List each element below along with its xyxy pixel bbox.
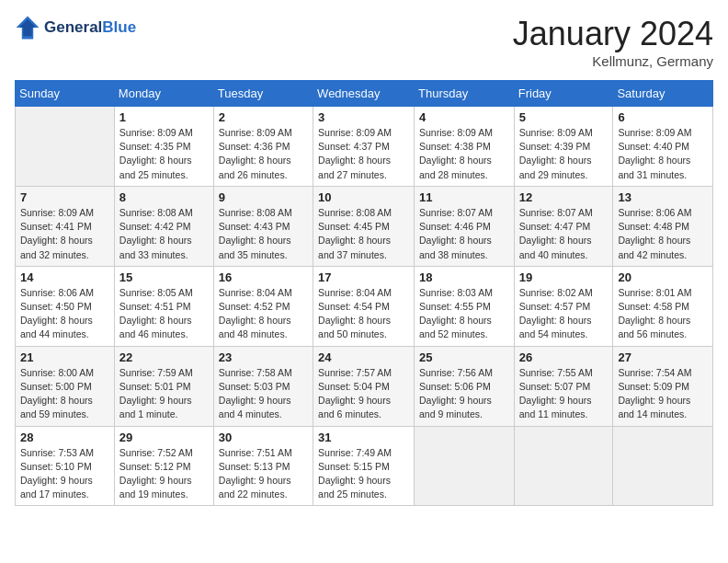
- calendar-cell: 24Sunrise: 7:57 AM Sunset: 5:04 PM Dayli…: [313, 346, 415, 426]
- calendar-cell: 23Sunrise: 7:58 AM Sunset: 5:03 PM Dayli…: [213, 346, 313, 426]
- calendar-cell: 18Sunrise: 8:03 AM Sunset: 4:55 PM Dayli…: [415, 266, 515, 346]
- title-block: January 2024 Kellmunz, Germany: [513, 15, 713, 69]
- day-info: Sunrise: 7:51 AM Sunset: 5:13 PM Dayligh…: [219, 446, 308, 502]
- day-number: 2: [219, 110, 308, 124]
- calendar-cell: 12Sunrise: 8:07 AM Sunset: 4:47 PM Dayli…: [514, 186, 613, 266]
- page-header: GeneralBlue January 2024 Kellmunz, Germa…: [15, 15, 713, 69]
- day-info: Sunrise: 8:09 AM Sunset: 4:40 PM Dayligh…: [618, 126, 708, 182]
- day-number: 14: [20, 270, 109, 284]
- day-number: 19: [519, 270, 609, 284]
- day-number: 28: [20, 431, 109, 444]
- calendar-cell: 30Sunrise: 7:51 AM Sunset: 5:13 PM Dayli…: [213, 426, 313, 506]
- calendar-week-2: 7Sunrise: 8:09 AM Sunset: 4:41 PM Daylig…: [16, 186, 713, 266]
- day-number: 7: [20, 190, 109, 204]
- calendar-cell: 9Sunrise: 8:08 AM Sunset: 4:43 PM Daylig…: [213, 186, 313, 266]
- calendar-cell: 28Sunrise: 7:53 AM Sunset: 5:10 PM Dayli…: [16, 426, 115, 506]
- day-number: 20: [618, 270, 708, 284]
- day-number: 3: [318, 110, 409, 124]
- calendar-cell: 11Sunrise: 8:07 AM Sunset: 4:46 PM Dayli…: [415, 186, 515, 266]
- month-title: January 2024: [513, 15, 713, 53]
- day-info: Sunrise: 8:00 AM Sunset: 5:00 PM Dayligh…: [20, 366, 109, 422]
- calendar-week-1: 1Sunrise: 8:09 AM Sunset: 4:35 PM Daylig…: [16, 107, 713, 187]
- calendar-cell: 10Sunrise: 8:08 AM Sunset: 4:45 PM Dayli…: [313, 186, 415, 266]
- calendar-cell: 13Sunrise: 8:06 AM Sunset: 4:48 PM Dayli…: [613, 186, 713, 266]
- calendar-cell: 4Sunrise: 8:09 AM Sunset: 4:38 PM Daylig…: [415, 107, 515, 187]
- day-info: Sunrise: 8:04 AM Sunset: 4:54 PM Dayligh…: [318, 286, 409, 342]
- day-info: Sunrise: 8:08 AM Sunset: 4:42 PM Dayligh…: [119, 206, 209, 262]
- day-info: Sunrise: 8:01 AM Sunset: 4:58 PM Dayligh…: [618, 286, 708, 342]
- logo-icon: [15, 15, 40, 40]
- day-info: Sunrise: 7:55 AM Sunset: 5:07 PM Dayligh…: [519, 366, 609, 422]
- day-info: Sunrise: 8:04 AM Sunset: 4:52 PM Dayligh…: [219, 286, 308, 342]
- day-number: 23: [219, 350, 308, 364]
- calendar-cell: [514, 426, 613, 506]
- day-info: Sunrise: 7:52 AM Sunset: 5:12 PM Dayligh…: [119, 446, 209, 502]
- day-number: 13: [618, 190, 708, 204]
- day-number: 4: [419, 110, 509, 124]
- day-number: 21: [20, 350, 109, 364]
- day-info: Sunrise: 8:06 AM Sunset: 4:50 PM Dayligh…: [20, 286, 109, 342]
- calendar-week-5: 28Sunrise: 7:53 AM Sunset: 5:10 PM Dayli…: [16, 426, 713, 506]
- day-info: Sunrise: 7:54 AM Sunset: 5:09 PM Dayligh…: [618, 366, 708, 422]
- calendar-cell: 1Sunrise: 8:09 AM Sunset: 4:35 PM Daylig…: [114, 107, 213, 187]
- day-info: Sunrise: 8:09 AM Sunset: 4:39 PM Dayligh…: [519, 126, 609, 182]
- weekday-header-thursday: Thursday: [415, 81, 515, 107]
- calendar-cell: 25Sunrise: 7:56 AM Sunset: 5:06 PM Dayli…: [415, 346, 515, 426]
- weekday-header-wednesday: Wednesday: [313, 81, 415, 107]
- calendar-cell: 7Sunrise: 8:09 AM Sunset: 4:41 PM Daylig…: [16, 186, 115, 266]
- day-number: 11: [419, 190, 509, 204]
- day-info: Sunrise: 8:06 AM Sunset: 4:48 PM Dayligh…: [618, 206, 708, 262]
- day-number: 24: [318, 350, 409, 364]
- day-info: Sunrise: 8:07 AM Sunset: 4:46 PM Dayligh…: [419, 206, 509, 262]
- calendar-cell: 22Sunrise: 7:59 AM Sunset: 5:01 PM Dayli…: [114, 346, 213, 426]
- day-number: 10: [318, 190, 409, 204]
- day-info: Sunrise: 8:09 AM Sunset: 4:36 PM Dayligh…: [219, 126, 308, 182]
- logo: GeneralBlue: [15, 15, 136, 40]
- day-number: 18: [419, 270, 509, 284]
- weekday-header-row: SundayMondayTuesdayWednesdayThursdayFrid…: [16, 81, 713, 107]
- day-number: 12: [519, 190, 609, 204]
- svg-marker-1: [19, 19, 37, 37]
- day-info: Sunrise: 8:09 AM Sunset: 4:41 PM Dayligh…: [20, 206, 109, 262]
- calendar-cell: 5Sunrise: 8:09 AM Sunset: 4:39 PM Daylig…: [514, 107, 613, 187]
- calendar-cell: 17Sunrise: 8:04 AM Sunset: 4:54 PM Dayli…: [313, 266, 415, 346]
- calendar-cell: 8Sunrise: 8:08 AM Sunset: 4:42 PM Daylig…: [114, 186, 213, 266]
- calendar-cell: 15Sunrise: 8:05 AM Sunset: 4:51 PM Dayli…: [114, 266, 213, 346]
- calendar-cell: 27Sunrise: 7:54 AM Sunset: 5:09 PM Dayli…: [613, 346, 713, 426]
- calendar-cell: 29Sunrise: 7:52 AM Sunset: 5:12 PM Dayli…: [114, 426, 213, 506]
- day-number: 8: [119, 190, 209, 204]
- calendar-cell: 2Sunrise: 8:09 AM Sunset: 4:36 PM Daylig…: [213, 107, 313, 187]
- day-info: Sunrise: 8:09 AM Sunset: 4:37 PM Dayligh…: [318, 126, 409, 182]
- weekday-header-tuesday: Tuesday: [213, 81, 313, 107]
- day-info: Sunrise: 7:56 AM Sunset: 5:06 PM Dayligh…: [419, 366, 509, 422]
- calendar-cell: [613, 426, 713, 506]
- day-info: Sunrise: 8:02 AM Sunset: 4:57 PM Dayligh…: [519, 286, 609, 342]
- day-info: Sunrise: 7:53 AM Sunset: 5:10 PM Dayligh…: [20, 446, 109, 502]
- calendar-cell: 21Sunrise: 8:00 AM Sunset: 5:00 PM Dayli…: [16, 346, 115, 426]
- day-info: Sunrise: 8:07 AM Sunset: 4:47 PM Dayligh…: [519, 206, 609, 262]
- calendar-cell: 20Sunrise: 8:01 AM Sunset: 4:58 PM Dayli…: [613, 266, 713, 346]
- day-number: 22: [119, 350, 209, 364]
- day-info: Sunrise: 8:08 AM Sunset: 4:43 PM Dayligh…: [219, 206, 308, 262]
- day-number: 30: [219, 431, 308, 444]
- day-info: Sunrise: 7:57 AM Sunset: 5:04 PM Dayligh…: [318, 366, 409, 422]
- calendar-cell: [16, 107, 115, 187]
- calendar-table: SundayMondayTuesdayWednesdayThursdayFrid…: [15, 80, 713, 506]
- day-number: 31: [318, 431, 409, 444]
- calendar-cell: 3Sunrise: 8:09 AM Sunset: 4:37 PM Daylig…: [313, 107, 415, 187]
- day-number: 15: [119, 270, 209, 284]
- day-info: Sunrise: 8:09 AM Sunset: 4:35 PM Dayligh…: [119, 126, 209, 182]
- day-info: Sunrise: 8:09 AM Sunset: 4:38 PM Dayligh…: [419, 126, 509, 182]
- day-number: 5: [519, 110, 609, 124]
- calendar-cell: 6Sunrise: 8:09 AM Sunset: 4:40 PM Daylig…: [613, 107, 713, 187]
- calendar-cell: 31Sunrise: 7:49 AM Sunset: 5:15 PM Dayli…: [313, 426, 415, 506]
- weekday-header-monday: Monday: [114, 81, 213, 107]
- calendar-cell: 26Sunrise: 7:55 AM Sunset: 5:07 PM Dayli…: [514, 346, 613, 426]
- day-number: 1: [119, 110, 209, 124]
- day-info: Sunrise: 7:59 AM Sunset: 5:01 PM Dayligh…: [119, 366, 209, 422]
- day-info: Sunrise: 8:08 AM Sunset: 4:45 PM Dayligh…: [318, 206, 409, 262]
- calendar-cell: 14Sunrise: 8:06 AM Sunset: 4:50 PM Dayli…: [16, 266, 115, 346]
- day-info: Sunrise: 7:58 AM Sunset: 5:03 PM Dayligh…: [219, 366, 308, 422]
- calendar-week-3: 14Sunrise: 8:06 AM Sunset: 4:50 PM Dayli…: [16, 266, 713, 346]
- day-number: 17: [318, 270, 409, 284]
